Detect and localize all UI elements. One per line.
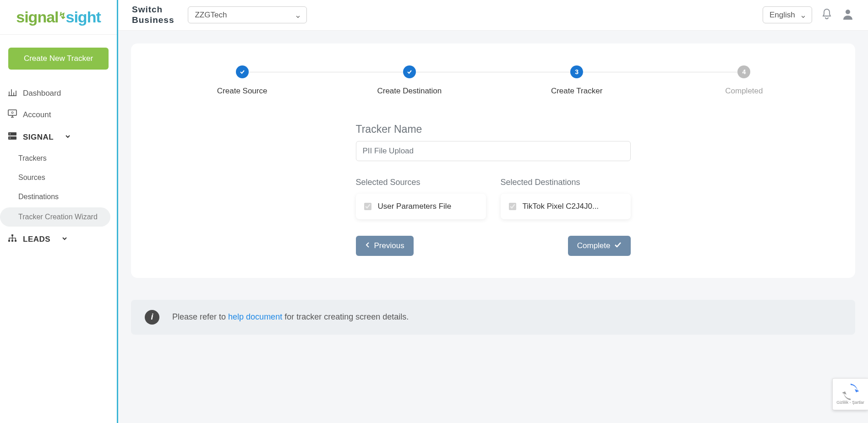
nav-tracker-wizard[interactable]: Tracker Creation Wizard [0, 207, 110, 227]
nav: Dashboard Account SIGNAL Trackers Source… [0, 78, 117, 255]
svg-point-10 [846, 10, 850, 14]
nav-group-label: SIGNAL [23, 133, 54, 142]
recaptcha-icon [842, 384, 859, 400]
source-checkbox [364, 203, 371, 210]
sidebar: signal↯sight Create New Tracker Dashboar… [0, 0, 118, 423]
svg-rect-9 [15, 240, 16, 242]
logo: signal↯sight [0, 0, 117, 35]
tracker-name-label: Tracker Name [356, 123, 631, 136]
button-label: Previous [374, 241, 404, 250]
complete-button[interactable]: Complete [568, 236, 631, 256]
recaptcha-badge: Gizlilik - Şartlar [832, 378, 868, 410]
svg-point-4 [10, 134, 11, 135]
svg-point-5 [10, 138, 11, 139]
nav-leads-group[interactable]: LEADS [0, 228, 117, 251]
step-label: Create Source [158, 87, 326, 96]
chart-icon [7, 88, 17, 98]
destination-checkbox [509, 203, 516, 210]
destination-item-label: TikTok Pixel C2J4J0... [523, 202, 599, 211]
main: Switch Business ZZGTech English [118, 0, 868, 423]
user-icon[interactable] [841, 8, 854, 22]
topbar: Switch Business ZZGTech English [118, 0, 868, 31]
info-bar: i Please refer to help document for trac… [131, 300, 855, 335]
step-label: Create Destination [326, 87, 493, 96]
chevron-left-icon [365, 241, 371, 250]
language-select[interactable]: English [763, 6, 812, 23]
step-number: 3 [570, 65, 583, 78]
source-item-label: User Parameters File [378, 202, 452, 211]
recaptcha-terms: Gizlilik - Şartlar [836, 400, 864, 405]
nav-dashboard[interactable]: Dashboard [0, 82, 117, 104]
nav-label: Account [23, 110, 51, 119]
selected-destinations-label: Selected Destinations [501, 178, 631, 187]
tracker-form: Tracker Name Selected Sources User Param… [356, 123, 631, 256]
switch-business-label: Switch Business [132, 5, 174, 26]
nav-trackers[interactable]: Trackers [0, 149, 117, 168]
sitemap-icon [7, 234, 17, 244]
selected-sources-col: Selected Sources User Parameters File [356, 178, 486, 219]
step-label: Create Tracker [493, 87, 661, 96]
step-create-tracker[interactable]: 3 Create Tracker [493, 65, 661, 96]
step-create-destination[interactable]: Create Destination [326, 65, 493, 96]
logo-text: signal↯sight [16, 8, 100, 26]
step-label: Completed [661, 87, 828, 96]
svg-rect-0 [8, 110, 16, 115]
server-icon [7, 132, 17, 142]
nav-sources[interactable]: Sources [0, 168, 117, 187]
tracker-name-input[interactable] [356, 141, 631, 161]
step-number: 4 [737, 65, 750, 78]
previous-button[interactable]: Previous [356, 236, 414, 256]
nav-label: Dashboard [23, 89, 61, 98]
nav-destinations[interactable]: Destinations [0, 187, 117, 206]
step-create-source[interactable]: Create Source [158, 65, 326, 96]
bell-icon[interactable] [821, 8, 832, 22]
create-new-tracker-button[interactable]: Create New Tracker [8, 48, 109, 70]
svg-rect-7 [8, 240, 10, 242]
svg-rect-3 [8, 136, 16, 140]
check-icon [236, 65, 249, 78]
info-text: Please refer to help document for tracke… [172, 312, 409, 322]
svg-rect-2 [8, 132, 16, 136]
step-completed: 4 Completed [661, 65, 828, 96]
nav-group-label: LEADS [23, 235, 50, 244]
info-icon: i [145, 310, 159, 325]
wizard-card: Create Source Create Destination 3 Creat… [131, 43, 855, 278]
destination-item: TikTok Pixel C2J4J0... [501, 194, 631, 219]
help-document-link[interactable]: help document [228, 312, 282, 321]
business-select[interactable]: ZZGTech [188, 6, 307, 23]
check-icon [403, 65, 416, 78]
stepper: Create Source Create Destination 3 Creat… [158, 65, 828, 96]
source-item: User Parameters File [356, 194, 486, 219]
monitor-icon [7, 109, 17, 120]
selected-destinations-col: Selected Destinations TikTok Pixel C2J4J… [501, 178, 631, 219]
svg-rect-6 [11, 234, 13, 236]
check-icon [614, 241, 622, 250]
button-label: Complete [577, 241, 611, 250]
chevron-down-icon [65, 133, 71, 142]
svg-rect-8 [11, 240, 13, 242]
nav-signal-group[interactable]: SIGNAL [0, 125, 117, 149]
svg-point-1 [11, 112, 13, 114]
selected-sources-label: Selected Sources [356, 178, 486, 187]
chevron-down-icon [61, 235, 68, 244]
nav-account[interactable]: Account [0, 104, 117, 125]
